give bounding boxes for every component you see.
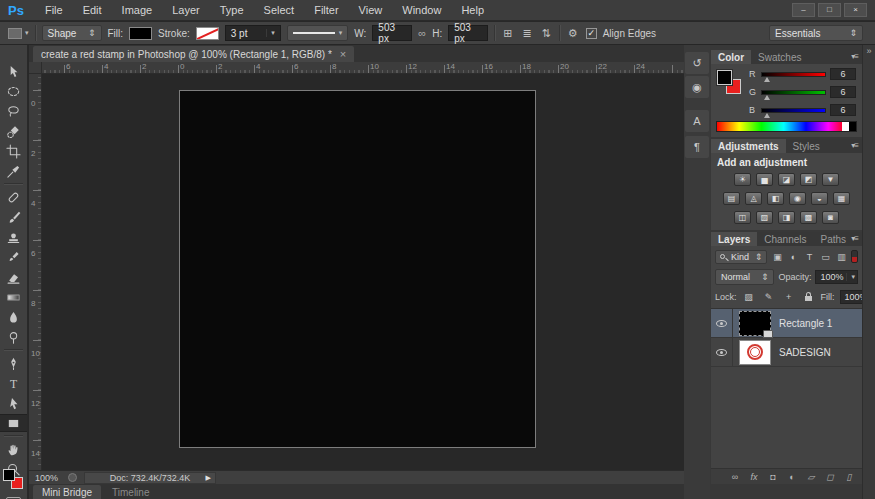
eyedropper-tool[interactable] xyxy=(0,162,27,180)
brush-tool[interactable] xyxy=(0,208,27,226)
opacity-field[interactable]: 100% ▾ xyxy=(815,270,858,284)
elliptical-marquee-tool[interactable] xyxy=(0,82,27,100)
tab-channels[interactable]: Channels xyxy=(757,232,813,246)
eye-icon[interactable] xyxy=(716,320,727,327)
layer-effects-icon[interactable]: fx xyxy=(749,472,759,482)
dodge-tool[interactable] xyxy=(0,328,27,346)
foreground-color-swatch[interactable] xyxy=(3,469,15,481)
menu-view[interactable]: View xyxy=(349,1,393,19)
zoom-level-field[interactable]: 100% xyxy=(35,473,61,483)
link-dimensions-icon[interactable]: ∞ xyxy=(418,27,426,39)
layer-filter-toggle[interactable] xyxy=(851,250,858,263)
hue-saturation-icon[interactable]: ▤ xyxy=(723,192,740,205)
shape-layer-filter-icon[interactable]: ▭ xyxy=(818,250,832,264)
layer-row[interactable]: Rectangle 1 xyxy=(711,309,862,338)
tool-mode-dropdown[interactable]: Shape ⇕ xyxy=(42,25,102,41)
path-selection-tool[interactable] xyxy=(0,394,27,412)
visibility-cell[interactable] xyxy=(711,309,733,337)
blend-mode-dropdown[interactable]: Normal ⇕ xyxy=(715,269,774,285)
pasteboard[interactable] xyxy=(43,74,684,470)
paragraph-panel-icon[interactable]: ¶ xyxy=(685,136,709,158)
menu-window[interactable]: Window xyxy=(392,1,451,19)
path-alignment-icon[interactable]: ≣ xyxy=(520,27,533,40)
type-tool[interactable]: T xyxy=(0,374,27,392)
lasso-tool[interactable] xyxy=(0,102,27,120)
panel-menu-icon[interactable]: ▾≡ xyxy=(851,234,858,243)
posterize-icon[interactable]: ▨ xyxy=(756,211,773,224)
menu-layer[interactable]: Layer xyxy=(162,1,210,19)
panel-menu-icon[interactable]: ▾≡ xyxy=(851,141,858,150)
channel-slider[interactable] xyxy=(761,108,826,113)
layer-thumbnail[interactable] xyxy=(739,340,771,365)
channel-slider[interactable] xyxy=(761,90,826,95)
tab-close-icon[interactable]: × xyxy=(340,49,346,60)
channel-value-field[interactable]: 6 xyxy=(830,104,856,116)
width-field[interactable]: 503 px xyxy=(372,25,412,41)
color-panel-swatches[interactable] xyxy=(717,70,745,98)
menu-select[interactable]: Select xyxy=(254,1,305,19)
properties-panel-icon[interactable]: ◉ xyxy=(685,76,709,98)
collapse-dock-strip[interactable]: » xyxy=(862,45,875,499)
curves-icon[interactable]: ◪ xyxy=(778,173,795,186)
layer-thumbnail[interactable] xyxy=(739,311,771,336)
black-white-icon[interactable]: ◧ xyxy=(767,192,784,205)
pixel-layer-filter-icon[interactable]: ▣ xyxy=(770,250,784,264)
brightness-contrast-icon[interactable]: ☀ xyxy=(734,173,751,186)
color-lookup-icon[interactable]: ▦ xyxy=(833,192,850,205)
exposure-icon[interactable]: ◩ xyxy=(800,173,817,186)
crop-tool[interactable] xyxy=(0,142,27,160)
panel-menu-icon[interactable]: ▾≡ xyxy=(851,52,858,61)
adjustment-layer-filter-icon[interactable]: ◐ xyxy=(786,250,800,264)
spot-healing-brush-tool[interactable] xyxy=(0,188,27,206)
selective-color-icon[interactable]: ◙ xyxy=(822,211,839,224)
color-balance-icon[interactable]: ◬ xyxy=(745,192,762,205)
blur-tool[interactable] xyxy=(0,308,27,326)
layer-mask-icon[interactable]: ◘ xyxy=(768,472,778,482)
path-arrange-icon[interactable]: ⇅ xyxy=(540,27,553,40)
rectangle-tool[interactable] xyxy=(0,414,27,432)
dropdown-arrow-icon[interactable]: ▾ xyxy=(846,273,855,281)
status-icon[interactable] xyxy=(68,473,77,482)
dropdown-arrow-icon[interactable]: ▾ xyxy=(266,29,275,37)
lock-all-icon[interactable] xyxy=(802,290,816,304)
history-panel-icon[interactable]: ↺ xyxy=(685,52,709,74)
color-spectrum-bar[interactable] xyxy=(716,121,857,132)
lock-paint-icon[interactable]: ✎ xyxy=(762,290,776,304)
type-layer-filter-icon[interactable]: T xyxy=(802,250,816,264)
menu-filter[interactable]: Filter xyxy=(304,1,348,19)
photo-filter-icon[interactable]: ◉ xyxy=(789,192,806,205)
stroke-width-field[interactable]: 3 pt ▾ xyxy=(225,25,281,41)
fill-swatch[interactable] xyxy=(129,27,152,40)
levels-icon[interactable]: ▅ xyxy=(756,173,773,186)
menu-edit[interactable]: Edit xyxy=(73,1,112,19)
menu-image[interactable]: Image xyxy=(112,1,163,19)
canvas[interactable] xyxy=(179,90,536,448)
threshold-icon[interactable]: ◨ xyxy=(778,211,795,224)
channel-mixer-icon[interactable]: ◒ xyxy=(811,192,828,205)
invert-icon[interactable]: ◫ xyxy=(734,211,751,224)
vertical-ruler[interactable]: 02468101214 xyxy=(29,74,42,470)
document-tab[interactable]: create a red stamp in Photoshop @ 100% (… xyxy=(33,46,354,62)
document-size-field[interactable]: Doc: 732.4K/732.4K ▶ xyxy=(84,472,216,484)
eye-icon[interactable] xyxy=(716,349,727,356)
smart-object-filter-icon[interactable]: ▥ xyxy=(834,250,848,264)
stroke-swatch[interactable] xyxy=(196,27,219,40)
tab-layers[interactable]: Layers xyxy=(711,232,757,246)
white-swatch[interactable] xyxy=(842,122,849,131)
new-layer-icon[interactable]: ◻ xyxy=(825,472,835,482)
bottom-tab-timeline[interactable]: Timeline xyxy=(103,485,158,499)
height-field[interactable]: 503 px xyxy=(448,25,488,41)
close-button[interactable]: × xyxy=(844,3,867,17)
quick-selection-tool[interactable] xyxy=(0,122,27,140)
menu-help[interactable]: Help xyxy=(451,1,494,19)
status-menu-arrow-icon[interactable]: ▶ xyxy=(206,474,211,482)
history-brush-tool[interactable] xyxy=(0,248,27,266)
channel-value-field[interactable]: 6 xyxy=(830,68,856,80)
black-swatch[interactable] xyxy=(849,122,856,131)
foreground-color-swatch[interactable] xyxy=(717,70,732,85)
delete-layer-icon[interactable]: ▯ xyxy=(844,472,854,482)
tab-styles[interactable]: Styles xyxy=(786,139,827,153)
eraser-tool[interactable] xyxy=(0,268,27,286)
slider-thumb-icon[interactable] xyxy=(764,110,770,118)
maximize-button[interactable]: □ xyxy=(818,3,841,17)
